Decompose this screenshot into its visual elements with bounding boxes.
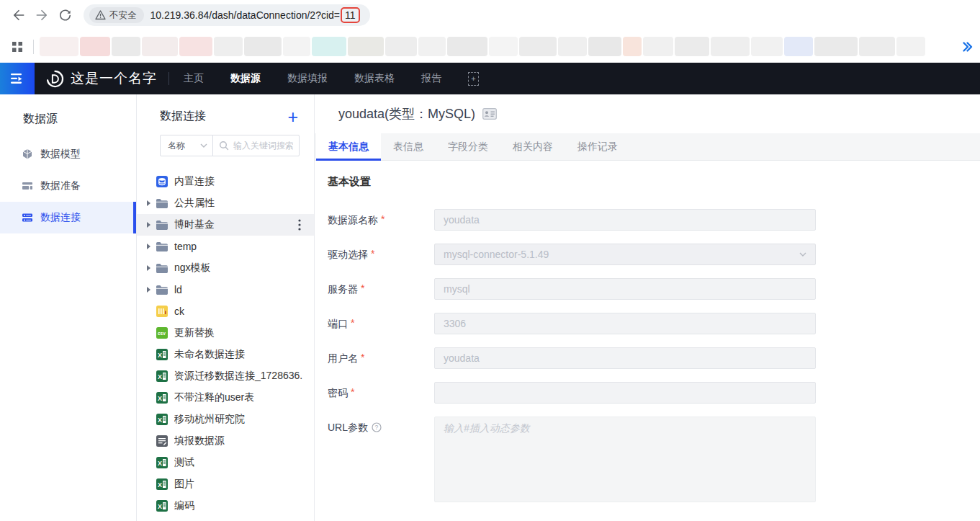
数据源名称-input[interactable] [434, 209, 816, 231]
blurred-bookmark-item[interactable] [312, 37, 346, 56]
help-icon[interactable]: ? [372, 422, 382, 432]
nav-item-报告[interactable]: 报告 [421, 72, 441, 85]
menu-expand-icon[interactable] [0, 63, 35, 94]
tree-item[interactable]: temp [137, 236, 314, 257]
add-module-button[interactable]: + [468, 72, 479, 86]
tree-item[interactable]: X图片 [137, 473, 314, 495]
URL参数-textarea[interactable] [434, 417, 816, 502]
expand-caret-icon[interactable] [147, 265, 156, 271]
double-chevron-right-icon[interactable] [961, 41, 973, 53]
back-icon[interactable] [7, 4, 30, 27]
field-label: 服务器* [328, 278, 434, 300]
blurred-bookmark-item[interactable] [142, 37, 178, 56]
tree-item-label: 移动杭州研究院 [174, 413, 245, 426]
tab-表信息[interactable]: 表信息 [381, 133, 436, 161]
expand-caret-icon[interactable] [147, 222, 156, 228]
address-bar[interactable]: 不安全 10.219.36.84/dash/dataConnection/2?c… [84, 4, 370, 26]
blurred-bookmark-item[interactable] [711, 37, 750, 56]
tree-item[interactable]: X未命名数据连接 [137, 344, 314, 365]
tree-item[interactable]: 博时基金 [137, 214, 314, 236]
tree-item[interactable]: X不带注释的user表 [137, 387, 314, 409]
tree-item[interactable]: X学习 [137, 517, 314, 521]
blurred-bookmark-item[interactable] [896, 37, 925, 56]
tree-item-label: 图片 [174, 478, 194, 491]
connection-tree: 内置连接公共属性博时基金tempngx模板ldckcsv更新替换X未命名数据连接… [137, 171, 314, 521]
nav-item-数据填报[interactable]: 数据填报 [287, 72, 328, 85]
tab-字段分类[interactable]: 字段分类 [436, 133, 500, 161]
search-icon [219, 141, 229, 151]
tree-item[interactable]: 公共属性 [137, 192, 314, 214]
tree-item[interactable]: 内置连接 [137, 171, 314, 192]
blurred-bookmark-item[interactable] [418, 37, 446, 56]
kebab-menu-icon[interactable] [297, 218, 302, 232]
tree-item[interactable]: ld [137, 279, 314, 300]
sidebar-item-数据准备[interactable]: 数据准备 [0, 170, 136, 202]
apps-grid-icon[interactable] [7, 37, 27, 57]
id-card-icon[interactable] [482, 108, 497, 120]
search-input[interactable] [233, 141, 293, 151]
forward-icon[interactable] [30, 4, 53, 27]
field-control [434, 209, 816, 231]
blurred-bookmark-item[interactable] [489, 37, 518, 56]
tree-item[interactable]: X测试 [137, 452, 314, 473]
sidebar: 数据源 数据模型数据准备数据连接 [0, 94, 137, 521]
tree-item-label: temp [174, 241, 197, 252]
tab-相关内容[interactable]: 相关内容 [500, 133, 565, 161]
nav-item-数据表格[interactable]: 数据表格 [354, 72, 395, 85]
blurred-bookmark-item[interactable] [112, 37, 140, 56]
密码-input[interactable] [434, 382, 816, 404]
form-row: 驱动选择*mysql-connector-5.1.49 [328, 244, 980, 265]
tree-item[interactable]: ck [137, 300, 314, 322]
blurred-bookmark-item[interactable] [283, 37, 310, 56]
svg-text:?: ? [375, 424, 379, 431]
驱动选择-select[interactable]: mysql-connector-5.1.49 [434, 244, 816, 265]
tree-item[interactable]: X资源迁移数据连接_1728636... [137, 365, 314, 387]
blurred-bookmark-item[interactable] [447, 37, 487, 56]
blurred-bookmark-item[interactable] [385, 37, 417, 56]
tree-item[interactable]: 填报数据源 [137, 430, 314, 452]
security-chip[interactable]: 不安全 [89, 7, 144, 23]
tab-基本信息[interactable]: 基本信息 [316, 133, 381, 161]
field-control [434, 278, 816, 300]
tree-item[interactable]: X移动杭州研究院 [137, 409, 314, 430]
nav-item-主页[interactable]: 主页 [184, 72, 204, 85]
blurred-bookmark-item[interactable] [675, 37, 709, 56]
expand-caret-icon[interactable] [147, 200, 156, 206]
add-connection-button[interactable]: + [287, 110, 298, 124]
sidebar-item-数据连接[interactable]: 数据连接 [0, 202, 136, 233]
blurred-bookmark-item[interactable] [179, 37, 212, 56]
用户名-input[interactable] [434, 347, 816, 369]
chevron-down-icon [799, 252, 806, 257]
blurred-bookmark-item[interactable] [814, 37, 858, 56]
blurred-bookmark-item[interactable] [623, 37, 642, 56]
blurred-bookmark-item[interactable] [519, 37, 557, 56]
field-label-text: 密码 [328, 382, 348, 404]
blurred-bookmark-item[interactable] [80, 37, 110, 56]
expand-caret-icon[interactable] [147, 287, 156, 293]
端口-input[interactable] [434, 313, 816, 334]
服务器-input[interactable] [434, 278, 816, 300]
blurred-bookmark-item[interactable] [558, 37, 587, 56]
blurred-bookmark-item[interactable] [588, 37, 621, 56]
tree-item[interactable]: X编码 [137, 495, 314, 517]
blurred-bookmark-item[interactable] [244, 37, 282, 56]
blurred-bookmark-item[interactable] [40, 37, 78, 56]
search-field-select[interactable]: 名称 [160, 135, 213, 156]
nav-item-数据源[interactable]: 数据源 [230, 72, 261, 85]
blurred-bookmark-item[interactable] [784, 37, 813, 56]
blurred-bookmark-item[interactable] [751, 37, 783, 56]
tab-操作记录[interactable]: 操作记录 [565, 133, 630, 161]
app-logo[interactable]: 这是一个名字 [46, 69, 157, 88]
expand-caret-icon[interactable] [147, 244, 156, 249]
tree-item[interactable]: ngx模板 [137, 257, 314, 279]
blurred-bookmark-item[interactable] [214, 37, 243, 56]
blurred-bookmark-item[interactable] [348, 37, 384, 56]
excel-icon: X [156, 370, 168, 382]
tree-item-label: 公共属性 [174, 197, 215, 210]
blurred-bookmark-item[interactable] [859, 37, 895, 56]
blurred-bookmark-item[interactable] [643, 37, 673, 56]
reload-icon[interactable] [53, 4, 76, 27]
sidebar-item-数据模型[interactable]: 数据模型 [0, 138, 136, 170]
tree-item[interactable]: csv更新替换 [137, 322, 314, 344]
tree-item-label: 资源迁移数据连接_1728636... [174, 370, 302, 383]
